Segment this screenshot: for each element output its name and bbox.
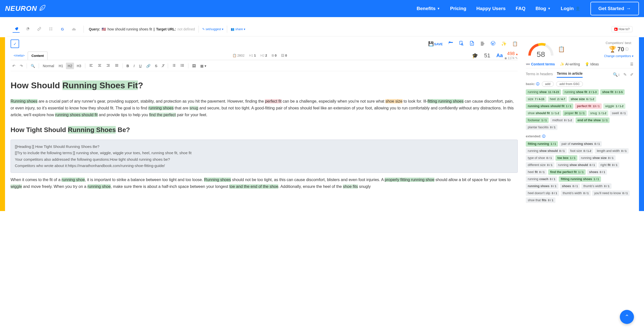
tab-structure-icon[interactable] — [47, 26, 54, 33]
term-pill[interactable]: running shoe should0 / 1 — [556, 162, 597, 168]
normal-button[interactable]: Normal — [41, 63, 56, 69]
clipboard-icon[interactable]: 📋 — [512, 41, 518, 47]
howto-button[interactable]: ▶How to? — [612, 26, 632, 32]
term-pill[interactable]: shoe should fit1 / 1-2 — [526, 110, 561, 116]
term-pill[interactable]: footwear1 / 1 — [526, 117, 549, 123]
info-icon[interactable]: ⓘ — [536, 82, 539, 86]
align-justify-button[interactable] — [113, 62, 120, 69]
term-pill[interactable]: shoe that fits0 / 1 — [526, 197, 555, 203]
term-pill[interactable]: shoes0 / 1 — [587, 169, 607, 175]
underline-button[interactable]: U — [137, 63, 143, 69]
meta-tab[interactable]: <meta> — [11, 52, 28, 59]
term-pill[interactable]: running shoes0 / 1 — [526, 183, 558, 189]
term-pill[interactable]: length and width0 / 1 — [595, 148, 628, 154]
save-icon[interactable]: 💾SAVE — [428, 41, 443, 47]
bold-button[interactable]: B — [125, 63, 131, 69]
term-pill[interactable]: shoes0 / 1 — [560, 183, 580, 189]
align-left-button[interactable] — [87, 62, 95, 69]
logo[interactable]: NEURON — [5, 4, 46, 13]
term-pill[interactable]: heel2 / 4-7 — [548, 96, 567, 102]
term-pill[interactable]: running shoe size0 / 1 — [579, 155, 615, 161]
side-tab-ideas[interactable]: 💡Ideas — [585, 62, 599, 66]
term-pill[interactable]: shoe size6 / 1-2 — [569, 96, 596, 102]
term-pill[interactable]: running shoe fit2 / 1-3 — [562, 89, 598, 95]
set-suggest-button[interactable]: ✎ set/suggest ▾ — [202, 27, 223, 31]
tab-google-icon[interactable]: G — [59, 26, 66, 33]
term-pill[interactable]: fitting running shoes1 / 1 — [559, 176, 601, 182]
content-tab[interactable]: Content — [28, 52, 48, 60]
strike-button[interactable]: S — [153, 63, 159, 69]
redo-button[interactable]: ↷ — [18, 63, 25, 69]
add-gsc-button[interactable]: add from GSC — [556, 81, 583, 87]
term-pill[interactable]: find the perfect fit1 / 1 — [548, 169, 586, 175]
nav-benefits[interactable]: Benefits▼ — [417, 6, 440, 11]
italic-button[interactable]: I — [132, 63, 136, 69]
confirm-button[interactable]: ✓ — [11, 39, 19, 48]
nav-pricing[interactable]: Pricing — [450, 6, 466, 11]
term-pill[interactable]: running shoe11 / 8-23 — [526, 89, 561, 95]
wordpress-icon[interactable] — [491, 41, 496, 47]
side-tab-settings-icon[interactable]: ☰ — [630, 62, 633, 66]
term-pill[interactable]: thumb's width0 / 1 — [561, 190, 591, 196]
term-pill[interactable]: snug1 / 1-2 — [588, 110, 608, 116]
share-button[interactable]: 👥 share ▾ — [231, 27, 245, 31]
search-button[interactable]: 🔍 — [29, 63, 37, 69]
term-pill[interactable]: fitting running1 / 1 — [526, 141, 558, 147]
ordered-list-button[interactable] — [170, 62, 178, 69]
term-pill[interactable]: heel doesn't slip0 / 1 — [526, 190, 559, 196]
tab-analytics-icon[interactable] — [24, 26, 31, 33]
term-pill[interactable]: proper fit1 / 1 — [563, 110, 587, 116]
highlighter-icon[interactable]: ✐ — [630, 72, 633, 77]
image-button[interactable]: 🖼 — [190, 63, 197, 69]
get-started-button[interactable]: Get Started→ — [590, 2, 639, 15]
term-pill[interactable]: shoe fit3 / 2-5 — [600, 89, 625, 95]
term-pill[interactable]: size7 / 4-15 — [526, 96, 546, 102]
article-body[interactable]: How Should Running Shoes Fit? Running sh… — [11, 71, 518, 197]
term-pill[interactable]: wiggle1 / 1-2 — [603, 103, 626, 109]
term-pill[interactable]: thumb's width0 / 1 — [581, 183, 611, 189]
nav-faq[interactable]: FAQ — [516, 6, 526, 11]
tab-link-icon[interactable] — [36, 26, 43, 33]
term-pill[interactable]: midfoot0 / 1-2 — [550, 117, 574, 123]
add-term-button[interactable]: add — [542, 81, 554, 87]
term-pill[interactable]: toe box1 / 1 — [555, 155, 578, 161]
sub-tab-article[interactable]: Terms in article — [557, 71, 582, 78]
term-pill[interactable]: end of the shoe1 / 1 — [576, 117, 610, 123]
tab-cloud-icon[interactable] — [70, 26, 77, 33]
h1-button[interactable]: H1 — [57, 63, 65, 69]
term-pill[interactable]: foot size0 / 1-2 — [568, 148, 593, 154]
nav-happy-users[interactable]: Happy Users — [476, 6, 506, 11]
side-tab-content-terms[interactable]: 👓Content terms — [526, 62, 555, 66]
sub-tab-headers[interactable]: Terms in headers — [526, 72, 553, 77]
term-pill[interactable]: perfect fit13 / 1 — [575, 103, 601, 109]
term-pill[interactable]: running coach0 / 1 — [526, 176, 557, 182]
term-pill[interactable]: running shoe should0 / 1 — [526, 148, 567, 154]
term-pill[interactable]: heel fit0 / 1 — [526, 169, 547, 175]
magic-wand-icon[interactable]: ✨ — [501, 41, 507, 47]
unordered-list-button[interactable] — [179, 62, 186, 69]
filter-icon[interactable]: 🔍↕ — [613, 72, 620, 77]
link-button[interactable]: 🔗 — [144, 63, 152, 69]
undo-button[interactable]: ↶ — [11, 63, 17, 69]
term-pill[interactable]: pair of running shoes0 / 1 — [559, 141, 602, 147]
clear-format-button[interactable]: T̸ — [160, 63, 166, 69]
term-pill[interactable]: different size0 / 1 — [526, 162, 554, 168]
align-right-button[interactable] — [104, 62, 112, 69]
info-icon[interactable]: ⓘ — [625, 47, 629, 52]
edit-icon[interactable]: ✎ — [623, 72, 627, 77]
table-button[interactable]: ▦ ▾ — [198, 63, 208, 69]
term-pill[interactable]: you'll need to know0 / 1 — [592, 190, 630, 196]
export-icon[interactable] — [469, 41, 474, 47]
nav-blog[interactable]: Blog▼ — [536, 6, 551, 11]
h3-button[interactable]: H3 — [75, 63, 83, 69]
term-pill[interactable]: swell0 / 1 — [610, 110, 628, 116]
term-pill[interactable]: type of shoe0 / 1 — [526, 155, 554, 161]
term-pill[interactable]: plantar fasciitis0 / 1 — [526, 125, 557, 130]
info-icon[interactable]: ⓘ — [542, 134, 545, 138]
align-center-button[interactable] — [96, 62, 103, 69]
nav-login[interactable]: Login👤 — [561, 6, 580, 11]
h2-button[interactable]: H2 — [66, 63, 74, 69]
change-competitors-button[interactable]: Change competitors ▾ — [604, 54, 633, 58]
clipboard-icon[interactable]: 📋 — [558, 46, 565, 53]
term-pill[interactable]: running shoes should fit1 / 1 — [526, 103, 573, 109]
